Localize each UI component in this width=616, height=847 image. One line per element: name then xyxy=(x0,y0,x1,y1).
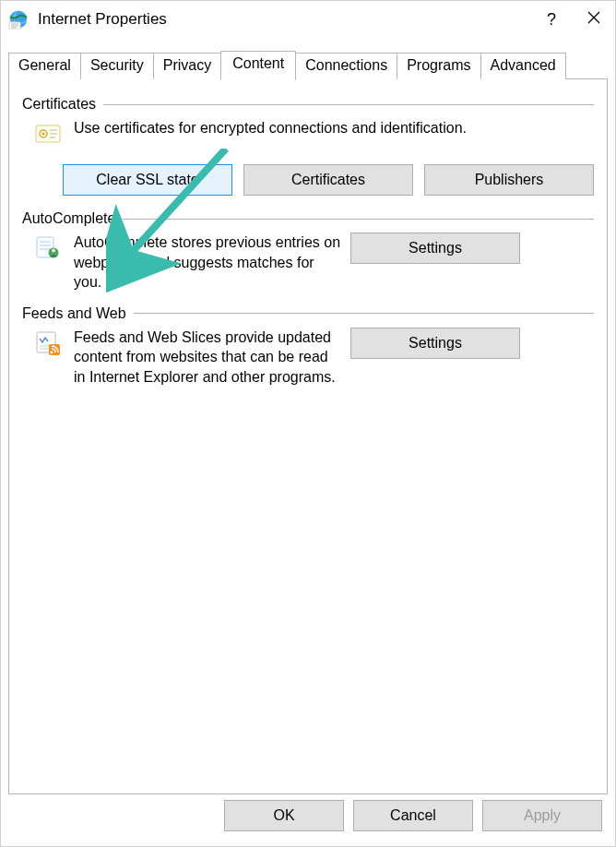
clear-ssl-state-button[interactable]: Clear SSL state xyxy=(63,164,232,196)
tab-advanced[interactable]: Advanced xyxy=(480,53,566,79)
internet-properties-window: Internet Properties ? General Security P… xyxy=(0,0,616,847)
tab-connections[interactable]: Connections xyxy=(295,53,397,79)
tab-general[interactable]: General xyxy=(8,53,81,79)
autocomplete-settings-button[interactable]: Settings xyxy=(350,233,520,264)
close-button[interactable] xyxy=(573,1,615,38)
tabs-row: General Security Privacy Content Connect… xyxy=(1,38,615,79)
tab-programs[interactable]: Programs xyxy=(397,53,480,79)
feeds-description: Feeds and Web Slices provide updated con… xyxy=(74,328,350,388)
help-button[interactable]: ? xyxy=(530,1,573,38)
publishers-button[interactable]: Publishers xyxy=(424,164,594,196)
certificates-group-label: Certificates xyxy=(22,96,594,113)
certificate-icon xyxy=(34,120,62,148)
tab-privacy[interactable]: Privacy xyxy=(153,53,221,79)
internet-options-icon xyxy=(8,9,29,30)
feeds-icon xyxy=(34,329,62,357)
svg-point-12 xyxy=(41,132,44,135)
apply-button[interactable]: Apply xyxy=(482,800,602,831)
dialog-footer: OK Cancel Apply xyxy=(1,794,615,846)
window-title: Internet Properties xyxy=(38,10,167,29)
tab-security[interactable]: Security xyxy=(80,53,154,79)
autocomplete-group-label: AutoComplete xyxy=(22,210,594,227)
autocomplete-icon xyxy=(34,234,62,262)
svg-point-21 xyxy=(52,249,55,253)
certificates-button[interactable]: Certificates xyxy=(243,164,413,196)
cancel-button[interactable]: Cancel xyxy=(353,800,473,831)
autocomplete-description: AutoComplete stores previous entries on … xyxy=(74,233,350,292)
feeds-settings-button[interactable]: Settings xyxy=(350,328,520,359)
feeds-group-label: Feeds and Web xyxy=(22,305,594,322)
content-panel: Certificates Use certificates for encryp… xyxy=(8,79,608,794)
titlebar: Internet Properties ? xyxy=(1,1,615,38)
certificates-description: Use certificates for encrypted connectio… xyxy=(74,118,594,138)
ok-button[interactable]: OK xyxy=(224,800,344,831)
svg-point-26 xyxy=(51,351,53,353)
tab-content[interactable]: Content xyxy=(220,51,296,80)
